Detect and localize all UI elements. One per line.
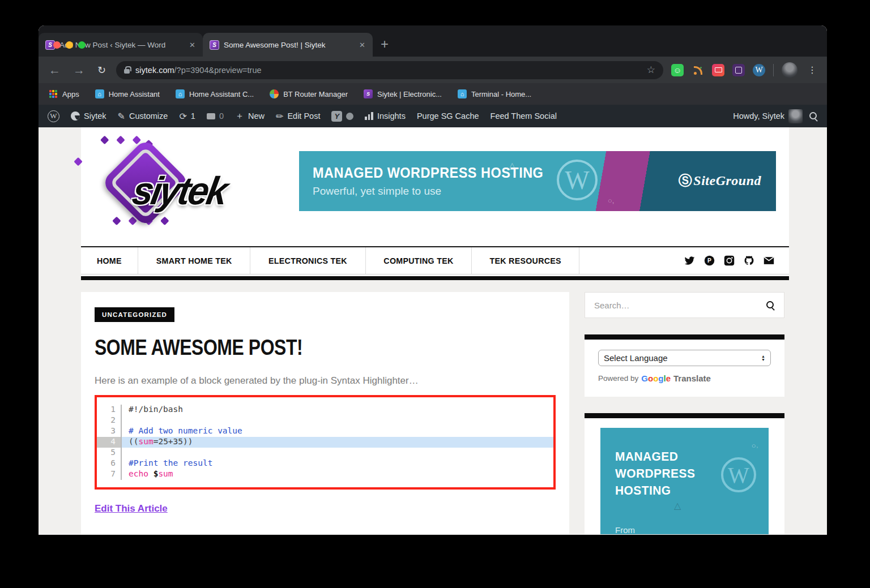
admin-search-icon[interactable] bbox=[809, 112, 818, 121]
stats-extension-icon[interactable] bbox=[732, 64, 745, 76]
url-text[interactable]: siytek.com/?p=3904&preview=true bbox=[135, 66, 641, 75]
syntax-highlighter-code-block: 1 #!/bin/bash 2 3 # Add two numeric valu… bbox=[95, 395, 556, 490]
close-window-button[interactable] bbox=[53, 41, 61, 49]
siteground-logo: SiteGround bbox=[679, 171, 761, 190]
reload-button[interactable]: ↻ bbox=[95, 64, 108, 76]
bookmark-apps[interactable]: Apps bbox=[49, 89, 79, 98]
admin-purge-cache[interactable]: Purge SG Cache bbox=[417, 111, 479, 121]
admin-my-account[interactable]: Howdy, Siytek bbox=[733, 109, 803, 123]
pinterest-icon[interactable]: P bbox=[704, 255, 715, 266]
triangle-deco-icon: △ bbox=[674, 500, 681, 511]
home-assistant-icon: ⌂ bbox=[176, 89, 185, 98]
forward-button[interactable]: → bbox=[71, 63, 87, 77]
search-icon[interactable] bbox=[766, 301, 775, 310]
updates-icon: ⟳ bbox=[179, 111, 186, 122]
comments-bubble-icon bbox=[207, 113, 215, 119]
category-badge[interactable]: UNCATEGORIZED bbox=[95, 307, 174, 322]
siytek-favicon: S bbox=[364, 89, 373, 98]
bookmark-home-assistant[interactable]: ⌂Home Assistant bbox=[95, 89, 160, 98]
profile-avatar[interactable] bbox=[782, 62, 798, 78]
zoom-window-button[interactable] bbox=[78, 41, 86, 49]
bookmark-star-icon[interactable]: ☆ bbox=[647, 64, 655, 76]
google-translate-attribution: Powered by Google Translate bbox=[598, 374, 771, 383]
seo-status-dot-icon bbox=[346, 113, 353, 120]
rss-extension-icon[interactable] bbox=[692, 64, 704, 76]
language-select[interactable]: Select Language ▲▼ bbox=[598, 350, 771, 366]
nav-item-computing-tek[interactable]: COMPUTING TEK bbox=[366, 247, 472, 274]
code-line: 1 #!/bin/bash bbox=[97, 405, 553, 415]
bookmark-bt-router[interactable]: BT Router Manager bbox=[270, 89, 348, 98]
banner-subtitle: Powerful, yet simple to use bbox=[313, 185, 558, 198]
url-host: siytek.com bbox=[135, 66, 174, 75]
edit-article-link[interactable]: Edit This Article bbox=[95, 503, 168, 514]
admin-customize[interactable]: ✎Customize bbox=[118, 111, 168, 122]
wordpress-circle-logo: W bbox=[557, 160, 598, 200]
new-tab-button[interactable]: + bbox=[381, 36, 389, 52]
bookmark-terminal[interactable]: ⌂Terminal - Home... bbox=[458, 89, 531, 98]
twitter-icon[interactable] bbox=[684, 255, 695, 266]
minimize-window-button[interactable] bbox=[66, 41, 73, 49]
bitmoji-extension-icon[interactable]: ☺ bbox=[671, 64, 684, 76]
admin-yoast[interactable]: Y bbox=[331, 111, 353, 122]
github-icon[interactable] bbox=[744, 255, 754, 266]
yoast-seo-icon: Y bbox=[331, 111, 342, 122]
window-controls bbox=[53, 41, 86, 49]
siytek-logo[interactable]: siytek bbox=[98, 144, 291, 229]
admin-new[interactable]: ＋New bbox=[235, 110, 265, 122]
language-select-value: Select Language bbox=[604, 353, 668, 363]
https-lock-icon[interactable] bbox=[124, 69, 130, 74]
planner-extension-icon[interactable] bbox=[712, 64, 724, 76]
home-assistant-icon: ⌂ bbox=[458, 89, 467, 98]
tab-title: Some Awesome Post! | Siytek bbox=[224, 41, 353, 49]
circle-deco-icon: ○˒ bbox=[752, 441, 758, 450]
url-path: /?p=3904&preview=true bbox=[174, 66, 262, 75]
code-line-highlighted: 4 ((sum=25+35)) bbox=[97, 437, 553, 448]
nav-item-tek-resources[interactable]: TEK RESOURCES bbox=[472, 247, 579, 274]
tab-strip: S Add New Post ‹ Siytek — Word ✕ S Some … bbox=[39, 25, 827, 57]
chrome-menu-icon[interactable]: ⋮ bbox=[805, 65, 819, 75]
instagram-icon[interactable] bbox=[724, 255, 735, 266]
siteground-sidebar-ad[interactable]: MANAGED WORDPRESS HOSTING ○˒ W △ From £2… bbox=[600, 428, 769, 534]
admin-site-menu[interactable]: Siytek bbox=[71, 111, 106, 121]
apps-grid-icon bbox=[49, 89, 58, 98]
bar-chart-icon bbox=[365, 112, 373, 120]
close-tab-icon[interactable]: ✕ bbox=[357, 41, 367, 49]
circle-deco-icon: ○, bbox=[608, 196, 614, 205]
wp-logo-menu[interactable]: W bbox=[48, 110, 59, 122]
siteground-ad-widget: MANAGED WORDPRESS HOSTING ○˒ W △ From £2… bbox=[585, 413, 784, 534]
nav-item-home[interactable]: HOME bbox=[81, 247, 138, 274]
post-title: SOME AWESOME POST! bbox=[95, 336, 482, 360]
bookmark-home-assistant-c[interactable]: ⌂Home Assistant C... bbox=[176, 89, 254, 98]
email-icon[interactable] bbox=[764, 255, 774, 266]
siteground-banner-ad[interactable]: △ MANAGED WORDPRESS HOSTING Powerful, ye… bbox=[299, 151, 776, 211]
code-line: 6 #Print the result bbox=[97, 458, 553, 469]
site-header: siytek △ MANAGED WORDPRESS HOSTING Power… bbox=[81, 127, 789, 246]
bookmark-siytek[interactable]: SSiytek | Electronic... bbox=[364, 89, 442, 98]
header-divider-bar bbox=[81, 276, 789, 280]
browser-window: S Add New Post ‹ Siytek — Word ✕ S Some … bbox=[39, 25, 827, 535]
plus-icon: ＋ bbox=[235, 110, 244, 122]
select-arrows-icon: ▲▼ bbox=[761, 355, 765, 362]
nav-item-electronics-tek[interactable]: ELECTRONICS TEK bbox=[250, 247, 366, 274]
logo-wordmark: siytek bbox=[129, 168, 229, 213]
address-bar[interactable]: siytek.com/?p=3904&preview=true ☆ bbox=[116, 61, 663, 79]
banner-title: MANAGED WORDPRESS HOSTING bbox=[313, 165, 543, 181]
search-input[interactable] bbox=[594, 301, 761, 310]
back-button[interactable]: ← bbox=[46, 63, 63, 77]
admin-feed-them-social[interactable]: Feed Them Social bbox=[491, 111, 557, 121]
tab-some-awesome-post[interactable]: S Some Awesome Post! | Siytek ✕ bbox=[203, 33, 373, 57]
search-widget bbox=[585, 292, 784, 318]
nav-item-smart-home-tek[interactable]: SMART HOME TEK bbox=[138, 247, 250, 274]
admin-updates[interactable]: ⟳1 bbox=[179, 111, 195, 122]
admin-insights[interactable]: Insights bbox=[365, 111, 405, 121]
admin-comments[interactable]: 0 bbox=[207, 111, 224, 121]
sidebar: Select Language ▲▼ Powered by Google Tra… bbox=[585, 292, 784, 534]
dashboard-gauge-icon bbox=[71, 111, 80, 121]
wordpress-extension-icon[interactable]: W bbox=[753, 64, 765, 76]
bt-router-icon bbox=[270, 89, 279, 98]
pencil-icon: ✏ bbox=[276, 111, 283, 122]
code-line: 2 bbox=[97, 415, 553, 426]
close-tab-icon[interactable]: ✕ bbox=[187, 41, 197, 49]
ad-price-prefix: From bbox=[615, 525, 754, 534]
admin-edit-post[interactable]: ✏Edit Post bbox=[276, 111, 320, 122]
